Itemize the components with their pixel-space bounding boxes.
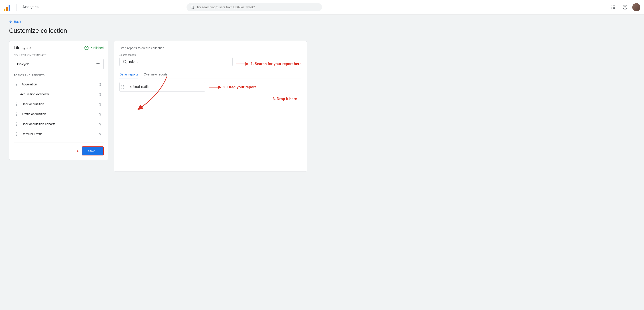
drop-annotation-area: 3. Drop it here: [120, 106, 302, 124]
help-icon: ?: [622, 5, 628, 10]
logo-icon: [4, 3, 10, 11]
save-button[interactable]: Save...: [82, 146, 104, 155]
remove-traffic-acquisition-button[interactable]: ⊗: [97, 111, 103, 117]
avatar-image: [632, 3, 640, 11]
grid-menu-button[interactable]: [609, 3, 618, 12]
remove-user-acquisition-button[interactable]: ⊗: [97, 101, 103, 107]
header-divider: [16, 4, 16, 11]
report-search-input[interactable]: [129, 60, 229, 64]
drag-handle[interactable]: [15, 132, 17, 136]
search-results-container: Referral Traffic 2. Drag your r: [120, 82, 302, 124]
search-icon: [123, 60, 127, 64]
template-selector[interactable]: life-cycle: [14, 59, 104, 69]
template-name: life-cycle: [17, 62, 29, 66]
main-content: Back Customize collection Life cycle ✓ P…: [0, 15, 316, 177]
svg-rect-4: [613, 7, 614, 8]
logo-bar-1: [4, 9, 6, 11]
search-bar: [186, 3, 322, 11]
svg-rect-0: [612, 6, 612, 6]
acquisition-header: Acquisition ⊗: [14, 79, 104, 89]
remove-user-acquisition-cohorts-button[interactable]: ⊗: [97, 121, 103, 127]
list-item[interactable]: Referral Traffic ⊗: [14, 129, 104, 139]
grid-icon: [611, 5, 616, 10]
svg-rect-7: [613, 8, 614, 9]
report-name: Acquisition overview: [20, 92, 97, 96]
list-item[interactable]: User acquisition cohorts ⊗: [14, 119, 104, 129]
svg-rect-1: [613, 6, 614, 6]
check-circle-icon: ✓: [84, 46, 88, 50]
arrow-right-icon: [235, 62, 249, 66]
report-name: Referral Traffic: [22, 132, 97, 136]
logo-bar-2: [6, 7, 8, 11]
logo-bar-3: [8, 5, 10, 11]
panel-header: Life cycle ✓ Published: [14, 46, 104, 50]
topics-label: TOPICS AND REPORTS: [14, 74, 104, 77]
avatar[interactable]: [632, 3, 640, 11]
svg-point-11: [98, 63, 99, 64]
step4-label: 4.: [77, 149, 80, 153]
published-label: Published: [90, 46, 104, 50]
search-reports-label: Search reports: [120, 54, 302, 56]
collection-template-label: COLLECTION TEMPLATE: [14, 54, 104, 57]
svg-rect-2: [614, 6, 615, 6]
header-search: [186, 3, 322, 11]
list-item[interactable]: User acquisition ⊗: [14, 99, 104, 109]
header-actions: ?: [609, 3, 640, 12]
help-button[interactable]: ?: [620, 3, 630, 12]
app-title: Analytics: [22, 5, 38, 10]
app-header: Analytics ?: [0, 0, 644, 15]
step3-annotation-text: 3. Drop it here: [272, 97, 297, 101]
remove-referral-traffic-button[interactable]: ⊗: [97, 131, 103, 137]
svg-rect-8: [614, 8, 615, 9]
content-area: Life cycle ✓ Published COLLECTION TEMPLA…: [9, 41, 307, 172]
reports-list: Acquisition ⊗ Acquisition overview ⊗: [14, 79, 104, 139]
step1-annotation-text: 1. Search for your report here: [251, 62, 302, 66]
page-title: Customize collection: [9, 27, 307, 34]
left-panel: Life cycle ✓ Published COLLECTION TEMPLA…: [9, 41, 108, 160]
list-item: Acquisition overview ⊗: [19, 89, 104, 99]
drag-handle[interactable]: [15, 103, 17, 106]
step3-annotation: 3. Drop it here: [272, 97, 297, 101]
drag-handle[interactable]: [15, 122, 17, 126]
remove-acquisition-button[interactable]: ⊗: [97, 82, 103, 87]
search-input[interactable]: [196, 6, 318, 9]
back-link[interactable]: Back: [9, 20, 307, 24]
remove-acquisition-overview-button[interactable]: ⊗: [97, 92, 103, 97]
curved-arrow-svg: [113, 70, 180, 115]
back-label: Back: [14, 20, 21, 24]
logo: Analytics: [4, 3, 38, 11]
report-name: Traffic acquisition: [22, 112, 97, 116]
search-reports-container: Search reports: [120, 54, 302, 71]
svg-rect-3: [612, 7, 612, 8]
back-arrow-icon: [9, 20, 13, 24]
report-search-bar: [120, 57, 232, 66]
svg-text:?: ?: [624, 6, 626, 9]
panel-title: Life cycle: [14, 46, 31, 50]
acquisition-label: Acquisition: [22, 83, 97, 86]
settings-icon: [96, 61, 100, 67]
list-item[interactable]: Traffic acquisition ⊗: [14, 109, 104, 119]
published-badge: ✓ Published: [84, 46, 104, 50]
step2-annotation-text: 2. Drag your report: [223, 85, 256, 89]
annotation-step1: 1. Search for your report here: [235, 62, 302, 66]
right-panel: Drag reports to create collection Search…: [114, 41, 307, 172]
drag-title: Drag reports to create collection: [120, 46, 302, 50]
panel-footer: 4. Save...: [14, 143, 104, 155]
drag-handle[interactable]: [15, 113, 17, 116]
svg-rect-5: [614, 7, 615, 8]
annotation-step2: 2. Drag your report: [208, 85, 256, 90]
svg-rect-6: [612, 8, 612, 9]
report-name: User acquisition cohorts: [22, 122, 97, 126]
drag-handle-acquisition[interactable]: [15, 83, 17, 86]
sub-items: Acquisition overview ⊗: [19, 89, 104, 99]
arrow-right-icon-2: [208, 85, 222, 90]
report-name: User acquisition: [22, 102, 97, 106]
search-icon: [190, 5, 194, 9]
